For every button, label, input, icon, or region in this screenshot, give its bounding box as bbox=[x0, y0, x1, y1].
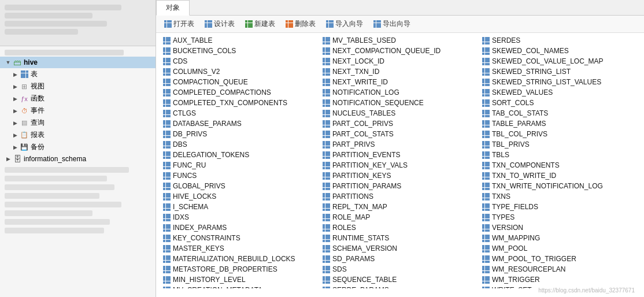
table-item[interactable]: COMPLETED_COMPACTIONS bbox=[161, 87, 320, 98]
table-item[interactable]: HIVE_LOCKS bbox=[161, 191, 320, 202]
table-item[interactable]: AUX_TABLE bbox=[161, 35, 320, 46]
table-item[interactable]: TXN_WRITE_NOTIFICATION_LOG bbox=[480, 181, 639, 191]
sidebar-item-info-schema[interactable]: ▶ 🗄 information_schema bbox=[0, 153, 156, 165]
table-item[interactable]: BUCKETING_COLS bbox=[161, 46, 320, 56]
table-item[interactable]: REPL_TXN_MAP bbox=[320, 202, 480, 212]
table-item[interactable]: MATERIALIZATION_REBUILD_LOCKS bbox=[161, 254, 320, 264]
table-item[interactable]: SORT_COLS bbox=[480, 98, 639, 108]
func-icon: ƒx bbox=[20, 94, 29, 103]
info-schema-label: information_schema bbox=[24, 155, 86, 163]
table-item[interactable]: TAB_COL_STATS bbox=[480, 108, 639, 118]
table-item[interactable]: MIN_HISTORY_LEVEL bbox=[161, 274, 320, 285]
sidebar-item-table[interactable]: ▶ 表 bbox=[0, 68, 156, 80]
sidebar-item-backup[interactable]: ▶ 💾 备份 bbox=[0, 141, 156, 153]
table-item[interactable]: TBL_COL_PRIVS bbox=[480, 129, 639, 139]
table-item[interactable]: SKEWED_STRING_LIST bbox=[480, 66, 639, 77]
table-item[interactable]: TYPES bbox=[480, 212, 639, 222]
table-item[interactable]: TXN_COMPONENTS bbox=[480, 160, 639, 170]
table-item[interactable]: NOTIFICATION_SEQUENCE bbox=[320, 98, 480, 108]
table-item[interactable]: WM_MAPPING bbox=[480, 233, 639, 243]
export-wizard-button[interactable]: 导出向导 bbox=[370, 18, 414, 30]
table-item[interactable]: NEXT_WRITE_ID bbox=[320, 77, 480, 87]
table-item[interactable]: SKEWED_VALUES bbox=[480, 87, 639, 98]
table-item[interactable]: PART_COL_PRIVS bbox=[320, 118, 480, 129]
sidebar-item-view[interactable]: ▶ ⊞ 视图 bbox=[0, 80, 156, 92]
table-item[interactable]: PARTITION_PARAMS bbox=[320, 181, 480, 191]
open-table-button[interactable]: 打开表 bbox=[161, 18, 198, 30]
table-item[interactable]: NEXT_TXN_ID bbox=[320, 66, 480, 77]
table-item[interactable]: WM_POOL bbox=[480, 243, 639, 254]
table-item[interactable]: COLUMNS_V2 bbox=[161, 66, 320, 77]
table-item[interactable]: RUNTIME_STATS bbox=[320, 233, 480, 243]
table-item[interactable]: PARTITIONS bbox=[320, 191, 480, 202]
table-item[interactable]: SEQUENCE_TABLE bbox=[320, 274, 480, 285]
table-column-3: SERDESSKEWED_COL_NAMESSKEWED_COL_VALUE_L… bbox=[480, 35, 639, 288]
table-item[interactable]: SKEWED_STRING_LIST_VALUES bbox=[480, 77, 639, 87]
table-item[interactable]: MASTER_KEYS bbox=[161, 243, 320, 254]
table-item[interactable]: GLOBAL_PRIVS bbox=[161, 181, 320, 191]
tab-bar: 对象 bbox=[156, 0, 644, 16]
table-columns: AUX_TABLEBUCKETING_COLSCDSCOLUMNS_V2COMP… bbox=[161, 35, 639, 288]
table-item[interactable]: INDEX_PARAMS bbox=[161, 222, 320, 233]
table-item[interactable]: SERDES bbox=[480, 35, 639, 46]
table-item[interactable]: NEXT_COMPACTION_QUEUE_ID bbox=[320, 46, 480, 56]
table-item[interactable]: CTLGS bbox=[161, 108, 320, 118]
table-item[interactable]: NEXT_LOCK_ID bbox=[320, 56, 480, 66]
blurred-item-above[interactable] bbox=[0, 49, 156, 57]
table-item[interactable]: ROLES bbox=[320, 222, 480, 233]
toolbar: 打开表 设计表 新建表 删除表 bbox=[156, 16, 644, 33]
table-item[interactable]: DBS bbox=[161, 139, 320, 150]
table-item[interactable]: MV_TABLES_USED bbox=[320, 35, 480, 46]
table-item[interactable]: FUNCS bbox=[161, 170, 320, 181]
table-item[interactable]: PART_PRIVS bbox=[320, 139, 480, 150]
table-item[interactable]: PARTITION_KEYS bbox=[320, 170, 480, 181]
table-item[interactable]: COMPACTION_QUEUE bbox=[161, 77, 320, 87]
table-item[interactable]: METASTORE_DB_PROPERTIES bbox=[161, 264, 320, 274]
table-item[interactable]: WM_TRIGGER bbox=[480, 274, 639, 285]
tab-objects[interactable]: 对象 bbox=[156, 0, 190, 16]
table-item[interactable]: WM_POOL_TO_TRIGGER bbox=[480, 254, 639, 264]
table-item[interactable]: PART_COL_STATS bbox=[320, 129, 480, 139]
table-item[interactable]: SKEWED_COL_NAMES bbox=[480, 46, 639, 56]
table-item[interactable]: SDS bbox=[320, 264, 480, 274]
table-item[interactable]: IDXS bbox=[161, 212, 320, 222]
table-item[interactable]: TABLE_PARAMS bbox=[480, 118, 639, 129]
delete-table-icon bbox=[286, 20, 293, 28]
table-item[interactable]: CDS bbox=[161, 56, 320, 66]
chevron-right-icon6: ▶ bbox=[12, 132, 18, 139]
table-item[interactable]: DB_PRIVS bbox=[161, 129, 320, 139]
table-item[interactable]: SKEWED_COL_VALUE_LOC_MAP bbox=[480, 56, 639, 66]
delete-table-button[interactable]: 删除表 bbox=[282, 18, 319, 30]
table-item[interactable]: PARTITION_EVENTS bbox=[320, 150, 480, 160]
table-item[interactable]: NOTIFICATION_LOG bbox=[320, 87, 480, 98]
sidebar-item-event[interactable]: ▶ ⏱ 事件 bbox=[0, 105, 156, 117]
table-item[interactable]: VERSION bbox=[480, 222, 639, 233]
sidebar-item-report[interactable]: ▶ 📋 报表 bbox=[0, 129, 156, 141]
table-item[interactable]: TBL_PRIVS bbox=[480, 139, 639, 150]
table-column-2: MV_TABLES_USEDNEXT_COMPACTION_QUEUE_IDNE… bbox=[320, 35, 480, 288]
table-item[interactable]: DELEGATION_TOKENS bbox=[161, 150, 320, 160]
table-item[interactable]: TXNS bbox=[480, 191, 639, 202]
sidebar-item-func[interactable]: ▶ ƒx 函数 bbox=[0, 92, 156, 105]
design-table-button[interactable]: 设计表 bbox=[201, 18, 238, 30]
open-table-icon bbox=[164, 20, 172, 28]
table-item[interactable]: TBLS bbox=[480, 150, 639, 160]
sidebar-table-label: 表 bbox=[31, 69, 38, 79]
table-item[interactable]: PARTITION_KEY_VALS bbox=[320, 160, 480, 170]
table-item[interactable]: I_SCHEMA bbox=[161, 202, 320, 212]
table-item[interactable]: TXN_TO_WRITE_ID bbox=[480, 170, 639, 181]
table-item[interactable]: COMPLETED_TXN_COMPONENTS bbox=[161, 98, 320, 108]
table-item[interactable]: KEY_CONSTRAINTS bbox=[161, 233, 320, 243]
import-wizard-button[interactable]: 导入向导 bbox=[323, 18, 367, 30]
sidebar-item-query[interactable]: ▶ ▤ 查询 bbox=[0, 117, 156, 129]
table-item[interactable]: DATABASE_PARAMS bbox=[161, 118, 320, 129]
table-item[interactable]: NUCLEUS_TABLES bbox=[320, 108, 480, 118]
table-item[interactable]: WM_RESOURCEPLAN bbox=[480, 264, 639, 274]
table-item[interactable]: FUNC_RU bbox=[161, 160, 320, 170]
table-item[interactable]: SD_PARAMS bbox=[320, 254, 480, 264]
table-item[interactable]: ROLE_MAP bbox=[320, 212, 480, 222]
new-table-button[interactable]: 新建表 bbox=[242, 18, 279, 30]
table-item[interactable]: SCHEMA_VERSION bbox=[320, 243, 480, 254]
table-item[interactable]: TYPE_FIELDS bbox=[480, 202, 639, 212]
sidebar-item-hive[interactable]: ▼ 🗃 hive bbox=[0, 57, 156, 68]
